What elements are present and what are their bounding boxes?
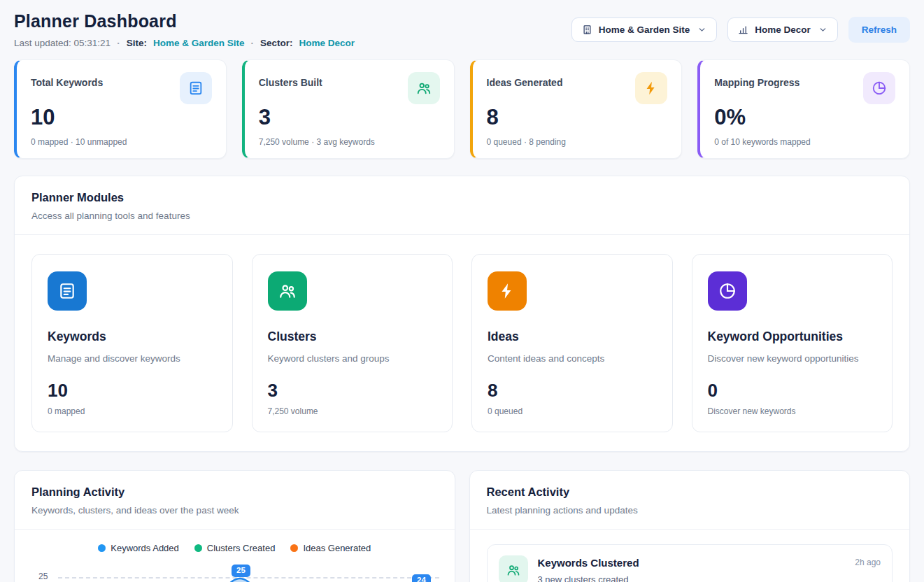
recent-activity-panel: Recent Activity Latest planning actions … <box>469 470 911 582</box>
document-icon <box>180 72 212 104</box>
stat-label: Ideas Generated <box>487 77 563 88</box>
stat-value: 0% <box>714 105 895 130</box>
stat-card-ideas-generated: Ideas Generated 8 0 queued · 8 pending <box>470 59 683 159</box>
modules-title: Planner Modules <box>31 191 893 204</box>
legend-label: Clusters Created <box>207 543 276 553</box>
pie-chart-icon <box>863 72 895 104</box>
stat-label: Mapping Progress <box>714 77 799 88</box>
stat-cards-row: Total Keywords 10 0 mapped · 10 unmapped… <box>14 59 910 159</box>
page-title: Planner Dashboard <box>14 11 355 31</box>
module-value: 8 <box>488 380 657 402</box>
recent-activity-item[interactable]: Keywords Clustered 3 new clusters create… <box>487 544 893 582</box>
module-title: Keyword Opportunities <box>708 329 877 344</box>
legend-dot-blue <box>98 544 106 552</box>
sector-selector-value: Home Decor <box>755 24 811 35</box>
module-card-clusters[interactable]: Clusters Keyword clusters and groups 3 7… <box>252 254 453 432</box>
chevron-down-icon <box>697 25 706 34</box>
document-icon <box>48 271 87 311</box>
module-title: Ideas <box>488 329 657 344</box>
chart-legend: Keywords Added Clusters Created Ideas Ge… <box>15 530 455 558</box>
planning-activity-panel: Planning Activity Keywords, clusters, an… <box>14 470 455 582</box>
recent-activity-title: Recent Activity <box>487 485 893 499</box>
recent-item-text: Keywords Clustered 3 new clusters create… <box>538 555 639 582</box>
stat-detail: 0 mapped · 10 unmapped <box>31 137 212 147</box>
site-link[interactable]: Home & Garden Site <box>153 38 245 48</box>
stat-card-mapping-progress: Mapping Progress 0% 0 of 10 keywords map… <box>697 59 910 159</box>
module-card-keywords[interactable]: Keywords Manage and discover keywords 10… <box>31 254 233 432</box>
stat-detail: 7,250 volume · 3 avg keywords <box>259 137 440 147</box>
module-card-keyword-opportunities[interactable]: Keyword Opportunities Discover new keywo… <box>692 254 893 432</box>
pie-chart-icon <box>708 271 747 311</box>
topbar-left: Planner Dashboard Last updated: 05:31:21… <box>14 11 355 48</box>
stat-value: 8 <box>487 105 668 130</box>
activity-chart: 25 25 24 <box>29 560 443 582</box>
module-value: 10 <box>48 380 217 402</box>
recent-item-title: Keywords Clustered <box>538 557 639 569</box>
meta-separator: · <box>117 38 120 48</box>
planning-activity-subtitle: Keywords, clusters, and ideas over the p… <box>31 505 438 516</box>
module-value: 0 <box>708 380 877 402</box>
module-detail: 0 mapped <box>48 406 217 416</box>
sector-selector[interactable]: Home Decor <box>727 17 838 42</box>
stat-label: Total Keywords <box>31 77 103 88</box>
modules-grid: Keywords Manage and discover keywords 10… <box>15 235 909 451</box>
topbar-controls: Home & Garden Site Home Decor Refresh <box>571 17 910 43</box>
module-description: Keyword clusters and groups <box>268 353 437 364</box>
module-title: Clusters <box>268 329 437 344</box>
module-card-ideas[interactable]: Ideas Content ideas and concepts 8 0 que… <box>471 254 673 432</box>
legend-dot-orange <box>290 544 298 552</box>
bolt-icon <box>488 271 527 311</box>
module-detail: 0 queued <box>488 406 657 416</box>
recent-item-description: 3 new clusters created <box>538 574 639 582</box>
planning-activity-title: Planning Activity <box>31 485 438 499</box>
users-icon <box>408 72 440 104</box>
site-selector[interactable]: Home & Garden Site <box>571 17 718 42</box>
legend-item-clusters-created: Clusters Created <box>194 543 276 553</box>
stat-detail: 0 of 10 keywords mapped <box>714 137 895 147</box>
legend-label: Keywords Added <box>111 543 179 553</box>
planner-dashboard-page: Planner Dashboard Last updated: 05:31:21… <box>0 0 924 582</box>
last-updated-text: Last updated: 05:31:21 <box>14 38 111 48</box>
stat-value: 10 <box>31 105 212 130</box>
module-description: Content ideas and concepts <box>488 353 657 364</box>
refresh-button[interactable]: Refresh <box>848 17 910 43</box>
stat-card-clusters-built: Clusters Built 3 7,250 volume · 3 avg ke… <box>242 59 455 159</box>
module-description: Discover new keyword opportunities <box>708 353 877 364</box>
topbar: Planner Dashboard Last updated: 05:31:21… <box>14 11 910 48</box>
bolt-icon <box>635 72 667 104</box>
data-point-label: 24 <box>412 574 431 582</box>
recent-item-timestamp: 2h ago <box>855 558 881 567</box>
data-point-label: 25 <box>232 565 250 577</box>
legend-item-keywords-added: Keywords Added <box>98 543 179 553</box>
modules-subtitle: Access all planning tools and features <box>31 211 893 221</box>
legend-dot-green <box>194 544 202 552</box>
legend-item-ideas-generated: Ideas Generated <box>290 543 371 553</box>
stat-card-total-keywords: Total Keywords 10 0 mapped · 10 unmapped <box>14 59 227 159</box>
users-icon <box>499 555 528 582</box>
site-label: Site: <box>127 38 147 48</box>
module-title: Keywords <box>48 329 217 344</box>
sector-link[interactable]: Home Decor <box>299 38 355 48</box>
module-value: 3 <box>268 380 437 402</box>
y-axis-tick: 25 <box>38 572 48 581</box>
stat-label: Clusters Built <box>259 77 322 88</box>
meta-line: Last updated: 05:31:21 · Site: Home & Ga… <box>14 38 355 48</box>
users-icon <box>268 271 307 311</box>
legend-label: Ideas Generated <box>303 543 371 553</box>
module-description: Manage and discover keywords <box>48 353 217 364</box>
bar-chart-icon <box>738 24 748 35</box>
sector-label: Sector: <box>260 38 293 48</box>
recent-activity-list: Keywords Clustered 3 new clusters create… <box>470 530 910 582</box>
bottom-row: Planning Activity Keywords, clusters, an… <box>14 470 910 582</box>
planner-modules-panel: Planner Modules Access all planning tool… <box>14 176 910 452</box>
stat-detail: 0 queued · 8 pending <box>487 137 668 147</box>
stat-value: 3 <box>259 105 440 130</box>
recent-activity-subtitle: Latest planning actions and updates <box>487 505 893 516</box>
chevron-down-icon <box>818 25 827 34</box>
module-detail: Discover new keywords <box>708 406 877 416</box>
site-selector-value: Home & Garden Site <box>599 24 690 35</box>
building-icon <box>582 24 592 35</box>
module-detail: 7,250 volume <box>268 406 437 416</box>
meta-separator: · <box>250 38 254 48</box>
